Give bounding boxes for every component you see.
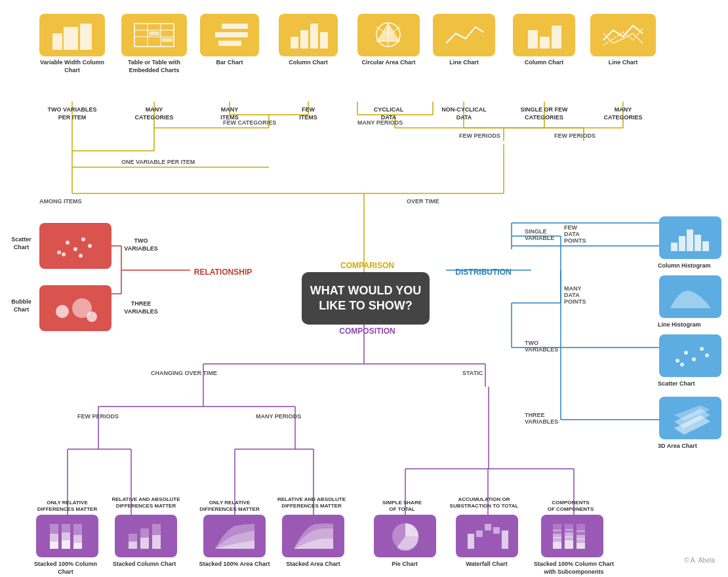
label-table-embedded: Table or Table with Embedded Charts [121,59,187,74]
sublabel-bc4: RELATIVE AND ABSOLUTEDIFFERENCES MATTER [269,496,354,510]
svg-rect-131 [679,236,685,251]
chart-stacked-column [115,515,177,557]
svg-rect-117 [528,30,538,49]
credit-text: © A. Abela [684,557,715,564]
svg-text:POINTS: POINTS [564,237,586,244]
svg-rect-133 [695,235,701,251]
svg-text:STATIC: STATIC [462,370,483,376]
chart-scatter-dist [659,334,721,377]
label-line-many: Line Chart [590,59,656,67]
svg-point-137 [692,357,696,361]
svg-rect-167 [553,542,561,549]
label-scatter-chart: Scatter Chart [3,236,39,251]
svg-rect-149 [62,540,70,549]
svg-rect-118 [540,37,550,49]
diagram: FEW CATEGORIES ONE VARIABLE PER ITEM AMO… [0,0,728,577]
svg-text:THREE: THREE [525,412,545,418]
label-bar: Bar Chart [200,59,259,67]
sublabel-bc3: ONLY RELATIVEDIFFERENCES MATTER [190,500,269,513]
chart-stacked-subcomponents [541,515,603,557]
chart-bubble [39,285,111,331]
sublabel-tc6: NON-CYCLICALDATA [433,106,495,121]
chart-bar [200,14,259,56]
sublabel-bc5: SIMPLE SHAREOF TOTAL [363,500,441,513]
label-column-histogram: Column Histogram [658,262,723,270]
chart-pie [374,515,436,557]
sublabel-bc7: COMPONENTSOF COMPONENTS [531,500,610,513]
svg-rect-156 [140,538,149,549]
svg-rect-134 [702,241,709,251]
svg-rect-96 [80,24,92,50]
svg-rect-158 [152,535,161,549]
svg-rect-94 [52,33,62,50]
sublabel-tc4: FEWITEMS [279,106,338,121]
label-3d-area: 3D Area Chart [658,443,723,450]
label-stacked-column: Stacked Column Chart [105,561,184,568]
sublabel-bc2: RELATIVE AND ABSOLUTEDIFFERENCES MATTER [102,496,190,510]
sublabel-tc7: SINGLE OR FEWCATEGORIES [513,106,575,121]
svg-point-121 [66,241,70,245]
svg-point-140 [680,363,684,367]
chart-line-histogram [659,275,721,318]
svg-rect-132 [687,229,693,251]
sublabel-bubble: THREEVARIABLES [115,300,167,315]
sublabel-tc2: MANYCATEGORIES [121,106,187,121]
chart-column-single [513,14,575,56]
svg-rect-95 [64,27,78,50]
svg-rect-109 [310,24,318,49]
svg-point-139 [705,353,709,357]
label-stacked-100-column: Stacked 100% Column Chart [26,561,105,576]
svg-text:VARIABLES: VARIABLES [525,418,558,425]
svg-point-126 [79,254,83,258]
svg-rect-105 [215,32,248,37]
svg-point-127 [56,305,69,318]
svg-rect-177 [576,543,585,549]
svg-point-124 [88,244,92,248]
svg-rect-163 [493,527,500,534]
label-circular-area: Circular Area Chart [357,59,420,67]
label-stacked-area: Stacked Area Chart [272,561,354,568]
svg-rect-164 [502,530,508,549]
svg-text:DATA: DATA [564,292,580,298]
svg-text:MANY: MANY [564,285,582,292]
svg-point-123 [81,237,85,241]
label-line-noncyclical: Line Chart [433,59,495,67]
chart-stacked-100-column [36,515,98,557]
svg-rect-172 [565,540,573,549]
svg-rect-102 [149,31,159,35]
label-stacked-subcomponents: Stacked 100% Column Chart with Subcompon… [528,561,620,576]
svg-text:MANY PERIODS: MANY PERIODS [256,413,301,420]
center-question-text: WHAT WOULD YOU LIKE TO SHOW? [308,283,423,314]
svg-text:FEW PERIODS: FEW PERIODS [459,132,500,139]
chart-column-histogram [659,216,721,259]
svg-text:VARIABLES: VARIABLES [525,346,558,353]
svg-point-120 [57,250,61,254]
svg-rect-161 [476,530,483,537]
svg-point-138 [700,347,704,351]
label-relationship: RELATIONSHIP [190,268,256,278]
chart-waterfall [456,515,518,557]
svg-text:POINTS: POINTS [564,298,586,305]
sublabel-bc1: ONLY RELATIVEDIFFERENCES MATTER [26,500,108,513]
label-scatter-dist: Scatter Chart [658,380,723,388]
svg-rect-107 [291,37,298,49]
label-column: Column Chart [279,59,338,67]
sublabel-scatter: TWOVARIABLES [115,237,167,252]
chart-stacked-100-area [203,515,266,557]
chart-table-embedded [121,14,187,56]
sublabel-bc6: ACCUMULATION ORSUBSTRACTION TO TOTAL [438,496,530,510]
svg-rect-146 [50,542,58,549]
chart-column [279,14,338,56]
svg-point-136 [684,351,688,355]
svg-text:ONE VARIABLE PER ITEM: ONE VARIABLE PER ITEM [121,159,195,165]
svg-text:CHANGING OVER TIME: CHANGING OVER TIME [151,370,217,376]
label-waterfall: Waterfall Chart [445,561,529,568]
svg-rect-119 [552,26,561,49]
svg-text:VARIABLE: VARIABLE [525,235,554,241]
sublabel-tc8: MANYCATEGORIES [590,106,656,121]
label-bubble-chart: Bubble Chart [3,298,39,313]
svg-text:AMONG ITEMS: AMONG ITEMS [39,198,82,205]
chart-variable-width-column [39,14,105,56]
chart-stacked-area [282,515,344,557]
svg-text:SINGLE: SINGLE [525,228,547,235]
